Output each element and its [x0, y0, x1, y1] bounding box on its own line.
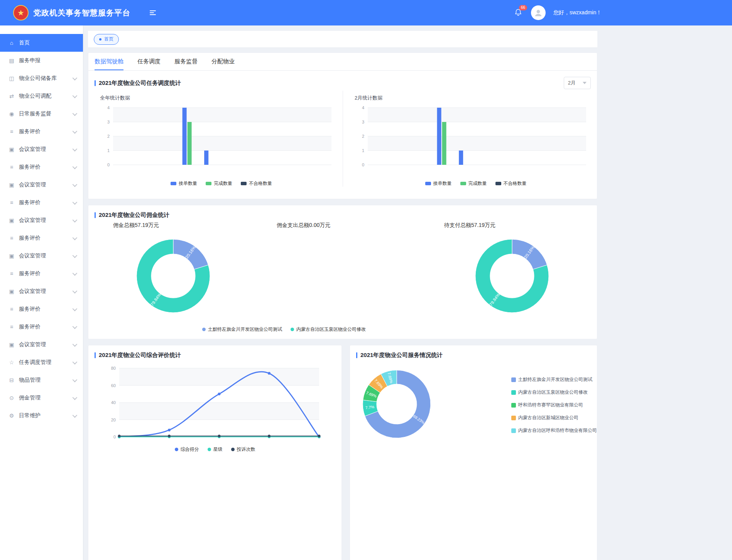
notification-bell-icon[interactable]: 66 [514, 8, 523, 18]
chevron-down-icon [73, 324, 78, 329]
sidebar-item-13[interactable]: ≡服务评价 [0, 265, 83, 283]
meeting-icon: ▣ [8, 146, 15, 152]
sidebar-item-4[interactable]: ◉日常服务监督 [0, 105, 83, 123]
tab-0[interactable]: 数据驾驶舱 [95, 53, 123, 70]
chevron-down-icon [73, 146, 78, 151]
legend-label: 接单数量 [179, 180, 197, 187]
svg-text:60: 60 [111, 383, 116, 388]
sidebar-item-label: 物品管理 [19, 377, 41, 384]
breadcrumb-home-tag[interactable]: 首页 [94, 34, 119, 45]
legend-marker-icon [208, 448, 211, 451]
sidebar-item-14[interactable]: ▣会议室管理 [0, 283, 83, 300]
chevron-down-icon [73, 306, 78, 311]
legend-marker-icon [206, 182, 211, 185]
service-legend: 土默特左旗金川开发区物业公司测试内蒙古自治区玉泉区物业公司修改呼和浩特市赛罕区物… [511, 376, 597, 440]
sliders-icon: ≡ [8, 164, 15, 170]
service-card-title: 2021年度物业公司服务情况统计 [356, 352, 443, 359]
sidebar-item-17[interactable]: ▣会议室管理 [0, 336, 83, 354]
chevron-down-icon [73, 217, 78, 222]
legend-item[interactable]: 内蒙古自治区呼和浩特市物业有限公司 [511, 427, 597, 434]
legend-label: 完成数量 [468, 180, 487, 187]
sidebar-collapse-icon[interactable] [148, 9, 157, 17]
yearly-bar-legend: 接单数量完成数量不合格数量 [100, 180, 343, 187]
chevron-down-icon [73, 200, 78, 205]
chevron-down-icon [73, 377, 78, 382]
sidebar-item-5[interactable]: ≡服务评价 [0, 123, 83, 140]
legend-label: 接单数量 [433, 180, 452, 187]
meeting-icon: ▣ [8, 217, 15, 223]
svg-text:2: 2 [107, 134, 110, 139]
legend-item[interactable]: 综合得分 [175, 446, 199, 453]
chevron-down-icon [73, 111, 78, 116]
sidebar-item-label: 服务评价 [19, 323, 41, 330]
sidebar-item-9[interactable]: ≡服务评价 [0, 194, 83, 211]
user-avatar[interactable] [531, 5, 546, 20]
service-donut-chart: 69.23%7.7%7.69%7.69%7.69% [352, 362, 441, 451]
sidebar-item-18[interactable]: ☆任务调度管理 [0, 354, 83, 371]
commission-paid-empty-area [258, 232, 427, 320]
legend-item[interactable]: 接单数量 [425, 180, 452, 187]
month-select[interactable]: 2月 [564, 77, 591, 89]
legend-item[interactable]: 不合格数量 [241, 180, 272, 187]
sidebar-item-10[interactable]: ▣会议室管理 [0, 211, 83, 229]
legend-item[interactable]: 内蒙古自治区新城区物业公司 [511, 415, 597, 421]
svg-text:0: 0 [107, 162, 110, 167]
sidebar-item-label: 服务评价 [19, 235, 41, 242]
legend-item[interactable]: 不合格数量 [495, 180, 527, 187]
legend-item[interactable]: 接单数量 [171, 180, 197, 187]
sidebar-item-11[interactable]: ≡服务评价 [0, 229, 83, 247]
legend-item[interactable]: 内蒙古自治区玉泉区物业公司修改 [291, 326, 366, 333]
sidebar-item-label: 日常服务监督 [19, 110, 51, 117]
dot-icon [99, 38, 101, 41]
legend-item[interactable]: 土默特左旗金川开发区物业公司测试 [511, 376, 597, 383]
breadcrumb: 首页 [88, 31, 597, 48]
sidebar-item-0[interactable]: ⌂首页 [0, 34, 83, 52]
sidebar-item-label: 会议室管理 [19, 252, 46, 259]
sidebar-item-label: 会议室管理 [19, 217, 46, 224]
commission-pending-stat: 待支付总额57.19万元 [444, 222, 495, 229]
sidebar-item-8[interactable]: ▣会议室管理 [0, 176, 83, 194]
tab-3[interactable]: 分配物业 [211, 53, 235, 70]
sidebar-item-1[interactable]: ▤服务申报 [0, 52, 83, 69]
svg-text:20: 20 [111, 418, 116, 422]
chevron-down-icon [73, 288, 78, 293]
sidebar-item-15[interactable]: ≡服务评价 [0, 300, 83, 318]
sliders-icon: ≡ [8, 306, 15, 312]
sidebar-item-16[interactable]: ≡服务评价 [0, 318, 83, 336]
sidebar-item-20[interactable]: ⊙佣金管理 [0, 389, 83, 407]
sidebar-item-6[interactable]: ▣会议室管理 [0, 140, 83, 158]
legend-item[interactable]: 内蒙古自治区玉泉区物业公司修改 [511, 389, 597, 396]
sidebar-item-3[interactable]: ⇄物业公司调配 [0, 87, 83, 105]
sidebar-item-19[interactable]: ⊟物品管理 [0, 371, 83, 389]
title-bar-accent [95, 352, 96, 358]
chevron-down-icon [73, 164, 78, 169]
legend-marker-icon [202, 328, 206, 331]
legend-item[interactable]: 星级 [208, 446, 223, 453]
legend-item[interactable]: 完成数量 [460, 180, 487, 187]
svg-text:3: 3 [107, 120, 110, 124]
legend-item[interactable]: 投诉次数 [231, 446, 255, 453]
tab-1[interactable]: 任务调度 [137, 53, 161, 70]
legend-marker-icon [511, 390, 516, 395]
sidebar-item-label: 佣金管理 [19, 394, 41, 401]
legend-item[interactable]: 土默特左旗金川开发区物业公司测试 [202, 326, 282, 333]
tab-2[interactable]: 服务监督 [174, 53, 198, 70]
svg-text:4: 4 [362, 105, 364, 110]
legend-item[interactable]: 完成数量 [206, 180, 232, 187]
sidebar-item-label: 物业公司调配 [19, 93, 51, 100]
sidebar-item-label: 任务调度管理 [19, 359, 51, 366]
chevron-down-icon [73, 93, 78, 98]
legend-label: 内蒙古自治区玉泉区物业公司修改 [296, 326, 366, 333]
sidebar-item-12[interactable]: ▣会议室管理 [0, 247, 83, 265]
legend-item[interactable]: 呼和浩特市赛罕区物业有限公司 [511, 402, 597, 408]
service-stats-card: 2021年度物业公司服务情况统计 69.23%7.7%7.69%7.69%7.6… [350, 345, 597, 560]
sidebar-item-2[interactable]: ◫物业公司储备库 [0, 69, 83, 87]
sidebar-item-label: 会议室管理 [19, 146, 46, 153]
sidebar-item-21[interactable]: ⚙日常维护 [0, 407, 83, 425]
commission-total-stat: 佣金总额57.19万元 [113, 222, 159, 229]
chevron-down-icon [73, 342, 78, 347]
main-content: 首页 数据驾驶舱任务调度服务监督分配物业 2021年度物业公司任务调度统计 2月… [83, 25, 732, 560]
commission-stats-card: 2021年度物业公司佣金统计 佣金总额57.19万元 佣金支出总额0.00万元 … [88, 205, 597, 339]
chevron-down-icon [73, 75, 78, 80]
sidebar-item-7[interactable]: ≡服务评价 [0, 158, 83, 176]
